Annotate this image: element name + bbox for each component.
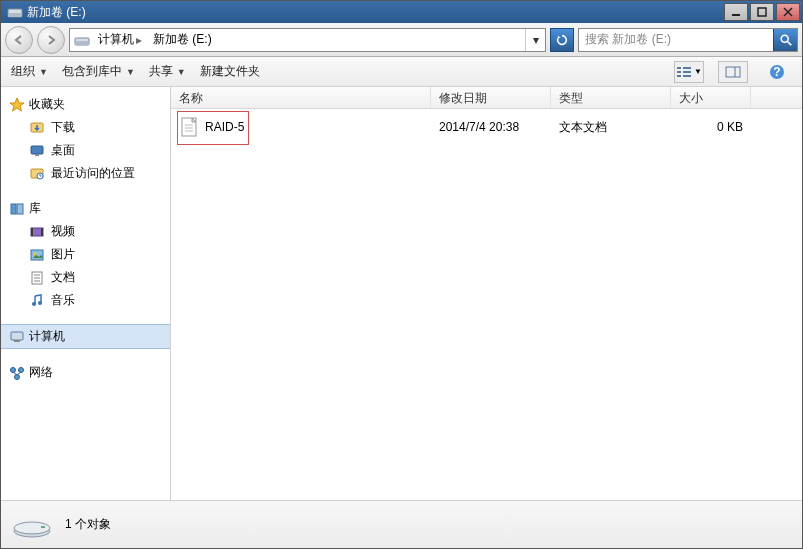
column-header-size[interactable]: 大小 <box>671 87 751 108</box>
include-in-library-menu[interactable]: 包含到库中▼ <box>62 63 135 80</box>
recent-icon <box>29 166 45 182</box>
star-icon <box>9 97 25 113</box>
svg-rect-12 <box>677 71 681 73</box>
sidebar: 收藏夹 下载 桌面 最近访问的位置 库 视频 图片 文档 音乐 计算机 <box>1 87 171 500</box>
status-object-count: 1 个对象 <box>65 516 111 533</box>
search-box[interactable]: 搜索 新加卷 (E:) <box>578 28 798 52</box>
navbar: 计算机▸ 新加卷 (E:) ▾ 搜索 新加卷 (E:) <box>1 23 802 57</box>
svg-line-9 <box>787 41 791 45</box>
sidebar-libraries-header[interactable]: 库 <box>1 197 170 220</box>
breadcrumb-drive[interactable]: 新加卷 (E:) <box>149 29 217 51</box>
svg-rect-7 <box>75 41 89 45</box>
minimize-button[interactable] <box>724 3 748 21</box>
column-header-row: 名称 修改日期 类型 大小 <box>171 87 802 109</box>
breadcrumb-computer[interactable]: 计算机▸ <box>94 29 149 51</box>
toolbar: 组织▼ 包含到库中▼ 共享▼ 新建文件夹 ▼ ? <box>1 57 802 87</box>
new-folder-button[interactable]: 新建文件夹 <box>200 63 260 80</box>
svg-rect-22 <box>35 154 39 156</box>
svg-rect-49 <box>41 526 45 528</box>
svg-point-8 <box>781 35 788 42</box>
download-icon <box>29 120 45 136</box>
desktop-icon <box>29 143 45 159</box>
window-title: 新加卷 (E:) <box>27 4 724 21</box>
column-header-date[interactable]: 修改日期 <box>431 87 551 108</box>
network-icon <box>9 365 25 381</box>
svg-point-41 <box>19 367 24 372</box>
drive-icon <box>74 32 90 48</box>
search-placeholder: 搜索 新加卷 (E:) <box>579 31 773 48</box>
file-list-pane: 名称 修改日期 类型 大小 RAID-5 2014/7/4 20:38 文本文档… <box>171 87 802 500</box>
svg-rect-3 <box>758 8 766 16</box>
library-icon <box>9 201 25 217</box>
view-mode-button[interactable]: ▼ <box>674 61 704 83</box>
svg-rect-26 <box>17 204 23 214</box>
file-area[interactable]: RAID-5 2014/7/4 20:38 文本文档 0 KB <box>171 109 802 500</box>
column-header-name[interactable]: 名称 <box>171 87 431 108</box>
svg-rect-13 <box>683 71 691 73</box>
share-menu[interactable]: 共享▼ <box>149 63 186 80</box>
svg-text:?: ? <box>773 65 780 79</box>
organize-menu[interactable]: 组织▼ <box>11 63 48 80</box>
sidebar-item-downloads[interactable]: 下载 <box>1 116 170 139</box>
sidebar-item-music[interactable]: 音乐 <box>1 289 170 312</box>
svg-rect-16 <box>726 67 740 77</box>
svg-point-42 <box>15 374 20 379</box>
video-icon <box>29 224 45 240</box>
svg-rect-21 <box>31 146 43 154</box>
svg-rect-15 <box>683 75 691 77</box>
svg-rect-11 <box>683 67 691 69</box>
svg-rect-14 <box>677 75 681 77</box>
svg-rect-30 <box>31 250 43 260</box>
sidebar-computer[interactable]: 计算机 <box>1 324 170 349</box>
file-row[interactable]: RAID-5 2014/7/4 20:38 文本文档 0 KB <box>171 109 802 145</box>
svg-rect-39 <box>14 340 20 342</box>
search-button[interactable] <box>773 29 797 51</box>
back-button[interactable] <box>5 26 33 54</box>
svg-rect-25 <box>11 204 16 214</box>
svg-rect-38 <box>11 332 23 340</box>
text-file-icon <box>179 116 199 138</box>
document-icon <box>29 270 45 286</box>
computer-icon <box>9 329 25 345</box>
file-type: 文本文档 <box>551 119 671 136</box>
file-date: 2014/7/4 20:38 <box>431 120 551 134</box>
address-dropdown[interactable]: ▾ <box>525 29 545 51</box>
help-button[interactable]: ? <box>762 61 792 83</box>
sidebar-favorites-header[interactable]: 收藏夹 <box>1 93 170 116</box>
svg-rect-1 <box>8 13 22 17</box>
address-bar[interactable]: 计算机▸ 新加卷 (E:) ▾ <box>69 28 546 52</box>
titlebar: 新加卷 (E:) <box>1 1 802 23</box>
refresh-button[interactable] <box>550 28 574 52</box>
drive-icon <box>7 5 23 19</box>
picture-icon <box>29 247 45 263</box>
file-size: 0 KB <box>671 120 751 134</box>
maximize-button[interactable] <box>750 3 774 21</box>
music-icon <box>29 293 45 309</box>
drive-icon <box>11 511 53 539</box>
sidebar-item-recent[interactable]: 最近访问的位置 <box>1 162 170 185</box>
sidebar-network[interactable]: 网络 <box>1 361 170 384</box>
statusbar: 1 个对象 <box>1 500 802 548</box>
svg-point-37 <box>38 301 42 305</box>
content-area: 收藏夹 下载 桌面 最近访问的位置 库 视频 图片 文档 音乐 计算机 <box>1 87 802 500</box>
sidebar-item-pictures[interactable]: 图片 <box>1 243 170 266</box>
sidebar-item-videos[interactable]: 视频 <box>1 220 170 243</box>
forward-button[interactable] <box>37 26 65 54</box>
sidebar-item-documents[interactable]: 文档 <box>1 266 170 289</box>
close-button[interactable] <box>776 3 800 21</box>
sidebar-item-desktop[interactable]: 桌面 <box>1 139 170 162</box>
svg-point-40 <box>11 367 16 372</box>
column-header-type[interactable]: 类型 <box>551 87 671 108</box>
explorer-window: 新加卷 (E:) 计算机▸ 新加卷 (E:) ▾ 搜索 新加卷 (E:) <box>0 0 803 549</box>
svg-rect-29 <box>41 228 43 236</box>
preview-pane-button[interactable] <box>718 61 748 83</box>
file-name: RAID-5 <box>205 120 244 134</box>
svg-rect-10 <box>677 67 681 69</box>
svg-rect-28 <box>31 228 33 236</box>
